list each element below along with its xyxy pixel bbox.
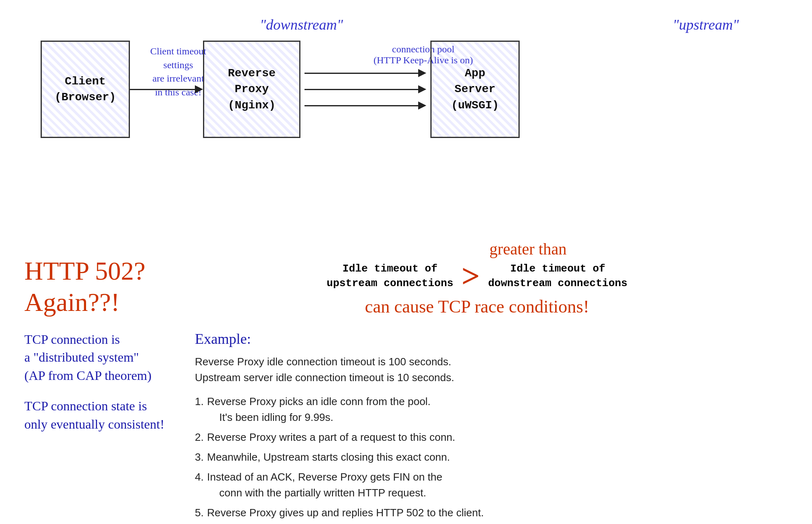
triple-arrows — [300, 69, 430, 110]
example-label: Example: — [195, 330, 788, 347]
tcp-notes: TCP connection is a "distributed system"… — [24, 330, 171, 524]
diagram-section: "downstream" "upstream" Client timeout s… — [24, 16, 788, 244]
proxy-box-label: ReverseProxy(Nginx) — [228, 65, 276, 113]
idle-timeout-section: greater than Idle timeout of upstream co… — [166, 252, 788, 317]
proxy-to-server-arrows — [300, 41, 430, 138]
arrow-head — [418, 69, 426, 77]
arrow-head — [418, 101, 426, 110]
gt-symbol: > — [462, 260, 480, 292]
arrow-2 — [304, 85, 426, 93]
example-section: Example: Reverse Proxy idle connection t… — [195, 330, 788, 524]
race-condition-label: can cause TCP race conditions! — [365, 296, 589, 317]
idle-upstream-label: Idle timeout of upstream connections — [327, 261, 454, 291]
example-intro: Reverse Proxy idle connection timeout is… — [195, 354, 788, 386]
client-box-label: Client(Browser) — [54, 73, 116, 105]
proxy-box: ReverseProxy(Nginx) — [203, 41, 300, 138]
example-list-item-5: 5.Reverse Proxy gives up and replies HTT… — [195, 505, 788, 521]
arrow-head — [195, 85, 203, 93]
example-list-item-4: 4.Instead of an ACK, Reverse Proxy gets … — [195, 469, 788, 501]
tcp-note-1: TCP connection is a "distributed system"… — [24, 330, 171, 385]
arrow-3 — [304, 101, 426, 110]
idle-downstream-label: Idle timeout of downstream connections — [488, 261, 627, 291]
server-box: AppServer(uWSGI) — [430, 41, 520, 138]
bottom-section: TCP connection is a "distributed system"… — [24, 330, 788, 524]
arrow-line — [304, 105, 418, 106]
example-list-item-2: 2.Reverse Proxy writes a part of a reque… — [195, 429, 788, 445]
tcp-note-2: TCP connection state is only eventually … — [24, 397, 171, 433]
arrow-line — [304, 89, 418, 90]
arrow-line — [130, 89, 195, 90]
arrow-line — [304, 73, 418, 74]
arrow-1 — [304, 69, 426, 77]
label-upstream: "upstream" — [673, 16, 739, 33]
label-downstream: "downstream" — [260, 16, 343, 33]
http-error-label: HTTP 502? Again??! — [24, 256, 166, 318]
client-to-proxy-arrow — [130, 41, 203, 138]
arrow-head — [418, 85, 426, 93]
boxes-row: Client(Browser) ReverseProxy(Nginx) — [41, 41, 771, 138]
idle-timeout-row: Idle timeout of upstream connections > I… — [327, 260, 628, 292]
client-box: Client(Browser) — [41, 41, 130, 138]
middle-section: HTTP 502? Again??! greater than Idle tim… — [24, 252, 788, 318]
example-list-item-1: 1.Reverse Proxy picks an idle conn from … — [195, 394, 788, 425]
server-box-label: AppServer(uWSGI) — [451, 65, 499, 113]
example-list-item-3: 3.Meanwhile, Upstream starts closing thi… — [195, 449, 788, 465]
example-list: 1.Reverse Proxy picks an idle conn from … — [195, 394, 788, 521]
greater-than-label: greater than — [490, 240, 567, 258]
